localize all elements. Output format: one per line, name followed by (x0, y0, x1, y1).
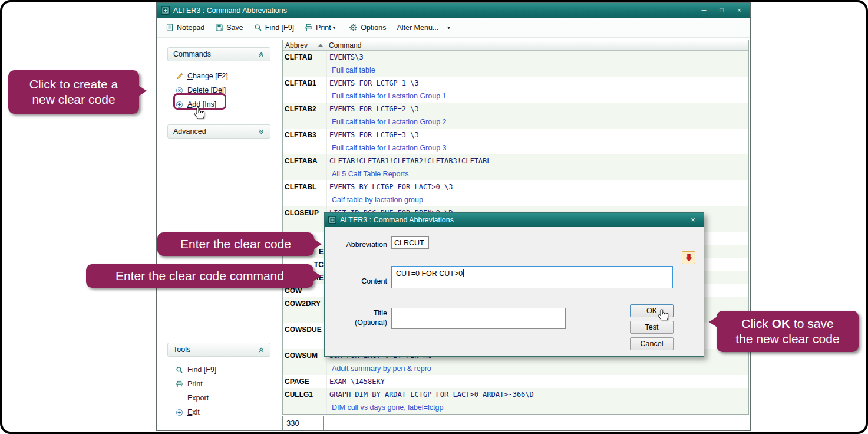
content-input[interactable]: CUT=0 FOR CUT>0 (391, 266, 673, 288)
table-row[interactable]: CLFTABEVENTS\3 Full calf table (283, 51, 748, 77)
window-controls: ─ □ × (696, 5, 747, 15)
alter-menu-dropdown-icon[interactable]: ▾ (447, 25, 455, 31)
table-header: Abbrev Command (283, 40, 748, 51)
find-button[interactable]: Find [F9] (249, 20, 299, 35)
section-advanced[interactable]: Advanced (167, 124, 270, 139)
abbrev-cell: COWSUM (283, 351, 326, 360)
table-row[interactable]: CLFTAB1EVENTS FOR LCTGP=1 \3 Full calf t… (283, 77, 748, 103)
add-abbreviation-dialog: ALTER3 : Command Abbreviations × Abbrevi… (324, 212, 704, 357)
command-cell: CLFTAB!CLFTAB1!CLFTAB2!CLFTAB3!CLFTABL (326, 157, 491, 165)
column-header-abbrev[interactable]: Abbrev (283, 40, 326, 50)
change-label: Change [F2] (187, 72, 228, 80)
sidebar-item-change[interactable]: Change [F2] (175, 69, 228, 83)
command-cell: EXAM \1458EKY (326, 377, 385, 386)
alter-menu-label: Alter Menu... (397, 24, 438, 32)
red-down-arrow-icon (685, 254, 692, 262)
callout-tail (709, 317, 717, 327)
print-button[interactable]: Print (299, 20, 336, 35)
abbrev-cell: CLFTAB (283, 53, 326, 61)
command-cell: EVENTS\3 (326, 53, 364, 61)
title-input[interactable] (391, 308, 566, 329)
close-button[interactable]: × (731, 5, 747, 15)
section-tools-title: Tools (173, 346, 190, 354)
description-cell: Full calf table for Lactation Group 1 (283, 92, 447, 100)
collapse-icon (258, 347, 265, 353)
section-tools[interactable]: Tools (167, 343, 270, 357)
command-cell: EVENTS FOR LCTGP=3 \3 (326, 131, 419, 139)
table-row[interactable]: CPAGEEXAM \1458EKY (283, 375, 748, 388)
red-down-arrow-button[interactable] (682, 251, 695, 264)
table-row[interactable]: CLFTABLEVENTS BY LCTGP FOR LACT>0 \3 Cal… (283, 180, 748, 206)
search-icon (175, 366, 183, 374)
description-cell: Adult summary by pen & repro (283, 364, 431, 373)
app-icon (161, 6, 170, 15)
print-label: Print (187, 380, 203, 388)
table-row[interactable]: CULLG1GRAPH DIM BY ARDAT LCTGP FOR LACT>… (283, 388, 748, 414)
title-optional-label: Title (Optional) (335, 308, 387, 327)
abbrev-cell: CLOSEUP (283, 209, 326, 217)
description-cell: DIM cull vs days gone, label=lctgp (283, 403, 443, 412)
abbreviation-label: Abbreviation (335, 240, 387, 249)
notepad-button[interactable]: Notepad (160, 20, 210, 35)
screenshot-frame: ALTER3 : Command Abbreviations ─ □ × Not… (0, 0, 868, 434)
abbreviation-input[interactable] (391, 236, 429, 249)
dialog-titlebar: ALTER3 : Command Abbreviations × (325, 213, 704, 227)
exit-label: Exit (187, 408, 200, 416)
alter-menu-button[interactable]: Alter Menu... (391, 20, 444, 35)
content-value: CUT=0 FOR CUT>0 (396, 269, 463, 278)
window-titlebar: ALTER3 : Command Abbreviations ─ □ × (157, 3, 750, 18)
search-icon (254, 24, 262, 32)
expand-icon (258, 129, 265, 135)
window-title: ALTER3 : Command Abbreviations (173, 6, 287, 15)
sidebar-item-print[interactable]: Print (175, 377, 203, 391)
abbrev-cell: COW (283, 287, 326, 295)
dialog-close-button[interactable]: × (686, 213, 700, 226)
collapse-icon (258, 51, 265, 58)
content-label: Content (335, 277, 387, 286)
column-header-command[interactable]: Command (326, 40, 748, 50)
minimize-button[interactable]: ─ (696, 5, 712, 15)
find-label: Find [F9] (187, 366, 216, 374)
pencil-icon (175, 73, 183, 80)
annotation-callout-clear-code: Enter the clear code (157, 232, 314, 256)
gear-icon (349, 23, 358, 32)
command-cell: EVENTS FOR LCTGP=2 \3 (326, 105, 419, 113)
sort-ascending-icon (318, 44, 323, 47)
save-button[interactable]: Save (210, 20, 249, 35)
maximize-button[interactable]: □ (714, 5, 730, 15)
command-cell: EVENTS FOR LCTGP=1 \3 (326, 79, 419, 87)
text-caret (463, 269, 464, 277)
sidebar-item-export[interactable]: Export (175, 391, 209, 405)
section-commands[interactable]: Commands (167, 47, 270, 61)
callout-tail (313, 239, 322, 249)
table-row[interactable]: CLFTAB3EVENTS FOR LCTGP=3 \3 Full calf t… (283, 129, 748, 154)
test-button[interactable]: Test (630, 321, 674, 334)
section-advanced-title: Advanced (173, 127, 206, 136)
record-count[interactable]: 330 (282, 416, 324, 430)
print-dropdown-icon[interactable]: ▾ (333, 25, 341, 31)
cancel-button[interactable]: Cancel (630, 337, 674, 350)
callout-tail (313, 271, 321, 281)
find-label: Find [F9] (265, 24, 294, 32)
toolbar: Notepad Save Find [F9] Print ▾ Options A… (157, 18, 750, 38)
table-row[interactable]: CLFTAB2EVENTS FOR LCTGP=2 \3 Full calf t… (283, 103, 748, 129)
description-cell: Calf table by lactation group (283, 196, 423, 204)
abbrev-cell: COWSDUE (283, 326, 326, 334)
app-icon (328, 216, 336, 224)
options-button[interactable]: Options (344, 20, 391, 35)
annotation-callout-create: Click to create a new clear code (8, 70, 139, 114)
print-label: Print (316, 24, 331, 32)
notepad-label: Notepad (177, 24, 204, 32)
abbrev-cell: CPAGE (283, 377, 326, 386)
abbrev-cell: CLFTABA (283, 157, 326, 165)
sidebar-item-find[interactable]: Find [F9] (175, 363, 216, 377)
circle-arrow-left-icon (175, 409, 183, 416)
abbrev-cell: CULLG1 (283, 390, 326, 399)
description-cell: Full calf table (283, 66, 375, 74)
options-label: Options (361, 24, 386, 32)
printer-icon (175, 380, 183, 388)
sidebar-item-exit[interactable]: Exit (175, 405, 200, 419)
table-row[interactable]: CLFTABACLFTAB!CLFTAB1!CLFTAB2!CLFTAB3!CL… (283, 154, 748, 180)
annotation-callout-command: Enter the clear code command (86, 264, 313, 288)
section-commands-title: Commands (173, 50, 211, 58)
